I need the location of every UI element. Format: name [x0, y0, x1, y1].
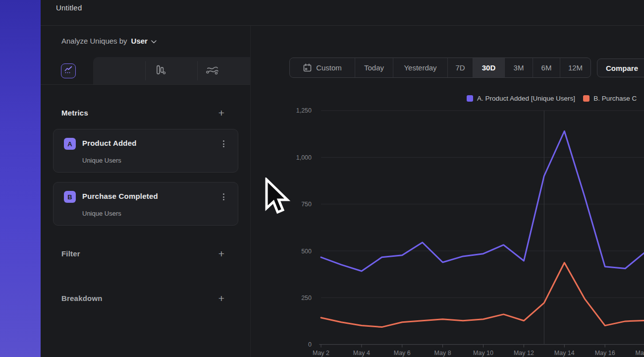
background-gradient-strip: [0, 0, 41, 357]
analyze-row: Analyze Uniques by User: [61, 37, 157, 45]
report-title[interactable]: Untitled: [56, 3, 82, 12]
top-header: Untitled: [41, 0, 644, 26]
metric-card-a[interactable]: A Product Added Unique Users: [53, 129, 238, 173]
filter-title: Filter: [61, 249, 80, 258]
tab-bar-chart[interactable]: [134, 57, 186, 84]
chart-panel: CustomTodayYesterday7D30D3M6M12M Compare…: [250, 26, 644, 357]
y-tick-label: 500: [301, 248, 312, 255]
breakdown-header: Breakdown +: [61, 292, 227, 304]
add-breakdown-button[interactable]: +: [215, 292, 227, 304]
add-metric-button[interactable]: +: [215, 107, 227, 119]
y-tick-label: 0: [308, 341, 312, 348]
metric-options-kebab-icon[interactable]: [218, 138, 229, 149]
metric-subtitle[interactable]: Unique Users: [82, 157, 121, 164]
sidebar-divider: [41, 84, 250, 85]
filter-header: Filter +: [61, 247, 227, 259]
analyze-by-value: User: [131, 37, 148, 45]
flows-icon: [205, 64, 219, 78]
app-window: Untitled Analyze Uniques by User: [0, 0, 644, 357]
x-tick-label: May 4: [353, 350, 370, 357]
bar-chart-icon: [154, 63, 166, 78]
metric-badge-a: A: [64, 138, 76, 150]
metrics-title: Metrics: [61, 109, 88, 117]
tab-flows[interactable]: [186, 57, 238, 84]
metric-name: Product Added: [82, 139, 137, 147]
x-tick-label: May 16: [595, 350, 615, 357]
y-tick-label: 1,250: [296, 107, 312, 114]
x-tick-label: May 8: [434, 350, 451, 357]
x-tick-label: May 6: [394, 350, 411, 357]
query-sidebar: Analyze Uniques by User: [41, 26, 250, 357]
metric-subtitle[interactable]: Unique Users: [82, 210, 121, 217]
y-tick-label: 250: [301, 295, 312, 301]
metric-badge-b: B: [64, 191, 76, 203]
x-tick-label: May 18: [636, 350, 644, 357]
tab-line-chart[interactable]: [61, 63, 76, 78]
analyze-by-dropdown[interactable]: User: [131, 37, 157, 45]
series-line-a: [321, 131, 644, 271]
y-tick-label: 1,000: [296, 154, 312, 161]
y-tick-label: 750: [301, 201, 312, 208]
analyze-label: Analyze Uniques by: [61, 37, 127, 45]
metric-card-b[interactable]: B Purchase Completed Unique Users: [53, 182, 238, 226]
series-line-b: [321, 263, 644, 327]
x-tick-label: May 12: [514, 350, 534, 357]
line-chart[interactable]: 02505007501,0001,250May 2May 4May 6May 8…: [251, 26, 644, 357]
metrics-header: Metrics +: [61, 107, 227, 119]
chevron-down-icon: [151, 37, 157, 45]
metric-options-kebab-icon[interactable]: [218, 191, 229, 202]
x-tick-label: May 10: [473, 350, 493, 357]
metric-name: Purchase Completed: [82, 192, 158, 200]
breakdown-title: Breakdown: [61, 294, 103, 302]
line-chart-icon: [63, 65, 73, 77]
x-tick-label: May 2: [313, 350, 329, 357]
x-tick-label: May 14: [554, 350, 575, 357]
add-filter-button[interactable]: +: [215, 247, 227, 259]
